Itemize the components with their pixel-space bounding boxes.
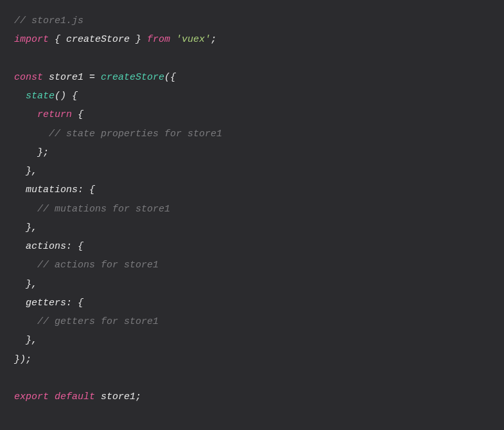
code-line: getters: { — [14, 294, 490, 312]
code-line: }, — [14, 275, 490, 294]
keyword-default: default — [55, 391, 95, 402]
semicolon: ; — [211, 34, 216, 45]
indent — [14, 241, 26, 252]
property: getters — [26, 298, 66, 309]
code-line-blank — [14, 49, 490, 68]
brace: }, — [26, 279, 37, 290]
comment: // state properties for store1 — [49, 129, 222, 139]
code-line: // actions for store1 — [14, 256, 490, 274]
space — [49, 391, 55, 402]
code-line: }, — [14, 219, 490, 237]
brace: : { — [78, 184, 95, 195]
code-line: mutations: { — [14, 181, 490, 199]
identifier: createStore — [66, 34, 130, 45]
keyword-return: return — [37, 109, 72, 120]
semicolon: ; — [135, 391, 141, 402]
code-line: state() { — [14, 87, 490, 105]
code-block: // store1.js import { createStore } from… — [14, 12, 490, 406]
code-line: // store1.js — [14, 12, 490, 30]
indent — [14, 147, 37, 158]
brace: { — [66, 91, 78, 102]
indent — [14, 184, 26, 195]
brace: }, — [26, 222, 37, 233]
code-line: }, — [14, 162, 490, 181]
brace: } — [130, 34, 147, 45]
indent — [14, 129, 49, 139]
brace: : { — [66, 298, 83, 309]
code-line: // getters for store1 — [14, 312, 490, 331]
keyword-const: const — [14, 72, 43, 83]
code-line: // state properties for store1 — [14, 125, 490, 143]
code-line: }); — [14, 350, 490, 369]
code-line-blank — [14, 369, 490, 388]
code-line: actions: { — [14, 237, 490, 256]
space — [170, 34, 176, 45]
comment: // mutations for store1 — [37, 204, 170, 215]
indent — [14, 279, 26, 290]
method-name: state — [26, 91, 55, 102]
code-line: return { — [14, 105, 490, 124]
indent — [14, 298, 26, 309]
parentheses: () — [55, 91, 66, 102]
comment: // actions for store1 — [37, 260, 159, 271]
code-line: import { createStore } from 'vuex'; — [14, 30, 490, 49]
indent — [14, 335, 26, 346]
property: mutations — [26, 184, 78, 195]
brace: { — [49, 34, 66, 45]
brace: }); — [14, 354, 31, 365]
brace: ({ — [164, 72, 176, 83]
identifier: store1 — [101, 391, 135, 402]
operator: = — [83, 72, 101, 83]
comment: // getters for store1 — [37, 316, 159, 327]
code-line: const store1 = createStore({ — [14, 68, 490, 87]
identifier: store1 — [49, 72, 83, 83]
brace: }; — [37, 147, 49, 158]
space — [43, 72, 49, 83]
code-line: export default store1; — [14, 388, 490, 406]
brace: }, — [26, 335, 37, 346]
code-line: }; — [14, 143, 490, 162]
string-literal: 'vuex' — [176, 34, 211, 45]
keyword-from: from — [147, 34, 170, 45]
indent — [14, 109, 37, 120]
brace: { — [72, 109, 83, 120]
brace: : { — [66, 241, 83, 252]
keyword-import: import — [14, 34, 49, 45]
code-line: // mutations for store1 — [14, 200, 490, 219]
indent — [14, 222, 26, 233]
indent — [14, 166, 26, 177]
brace: }, — [26, 166, 37, 177]
space — [95, 391, 101, 402]
indent — [14, 204, 37, 215]
comment: // store1.js — [14, 15, 83, 26]
keyword-export: export — [14, 391, 49, 402]
indent — [14, 316, 37, 327]
indent — [14, 91, 26, 102]
code-line: }, — [14, 331, 490, 350]
indent — [14, 260, 37, 271]
property: actions — [26, 241, 66, 252]
function-name: createStore — [101, 72, 164, 83]
